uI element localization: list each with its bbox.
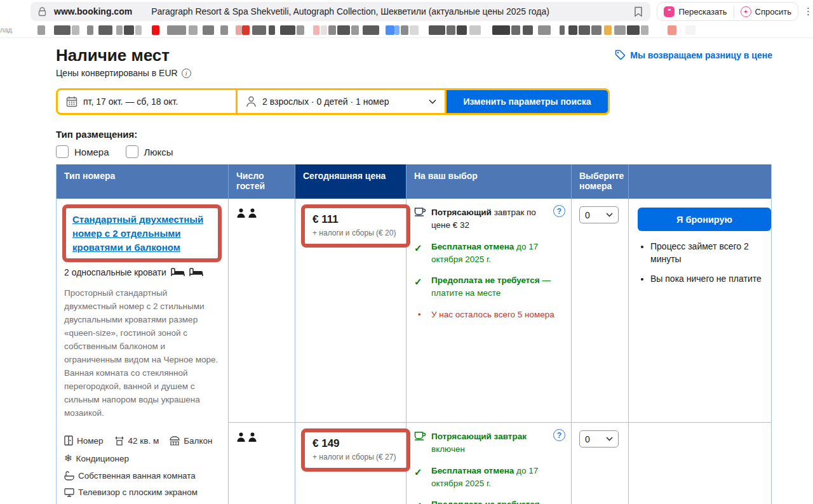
adult-icon [236,208,246,218]
search-bar: пт, 17 окт. — сб, 18 окт. 2 взрослых · 0… [56,88,610,115]
price-taxes: + налоги и сборы (€ 20) [312,229,399,237]
room-name-link[interactable]: Стандартный двухместный номер с 2 отдель… [72,214,203,253]
quantity-select[interactable]: 0 [579,430,619,448]
room-size-icon [114,436,124,446]
ask-icon: ✦ [741,6,751,17]
breakfast-bold: Потрясающий завтрак [431,432,527,441]
breakfast-condition: Потрясающий завтрак включен [414,430,563,456]
availability-section: Мы возвращаем разницу в цене Наличие мес… [0,38,813,504]
prepay-bold: Предоплата не требуется [431,275,540,285]
bullet-icon: • [418,308,421,321]
free-cancellation: ✓ Бесплатная отмена до 17 октября 2025 г… [414,465,563,491]
free-cancellation: ✓ Бесплатная отмена до 17 октября 2025 г… [414,241,563,267]
room-quantity-cell: 0 [572,199,629,423]
amenity-ac: ❄ Кондиционер [64,453,129,464]
cancel-bold: Бесплатная отмена [431,466,514,475]
reserve-cell [629,423,771,504]
bookmarks-bar: лад [0,23,813,38]
info-icon[interactable]: i [182,69,191,78]
beds-label: 2 односпальные кровати [64,267,166,277]
filter-suites-label: Люксы [144,147,173,157]
quantity-select[interactable]: 0 [579,206,619,223]
beds-info: 2 односпальные кровати [64,267,220,277]
conditions-cell: ? Потрясающий завтрак включен ✓ Бесплатн… [406,423,572,504]
price-value: € 149 [312,437,399,450]
clipped-bookmark-text: лад [0,26,12,34]
coffee-cup-icon [414,207,426,216]
room-quantity-cell: 0 [572,423,629,504]
change-search-button[interactable]: Изменить параметры поиска [447,90,608,113]
prepay-bold: Предоплата не требуется [431,500,540,504]
person-icon [246,96,257,107]
guests-cell [229,199,295,423]
annotation-box-price-2: € 149 + налоги и сборы (€ 27) [301,428,410,472]
check-icon: ✓ [414,241,422,256]
retell-icon: " [664,6,675,17]
guest-count-icons [236,430,287,442]
ai-actions-pill: " Пересказать ✦ Спросить [657,2,798,21]
checkbox-icon [126,145,138,158]
col-todays-price: Сегодняшняя цена [295,164,406,199]
accommodation-filters: Номера Люксы [56,145,813,158]
page-title: Paragraph Resort & Spa Shekvetili, Autog… [151,6,626,17]
ask-button[interactable]: ✦ Спросить [741,6,791,17]
currency-note-text: Цены конвертированы в EUR [56,68,178,78]
reserve-notes: Процесс займет всего 2 минуты Вы пока ни… [638,240,765,285]
amenity-size-label: 42 кв. м [128,436,159,446]
tag-icon [615,50,626,60]
checkbox-icon [56,145,69,158]
room-description: Просторный стандартный двухместный номер… [64,287,220,420]
bookmark-icon[interactable] [634,6,643,17]
bookmark-tiles [0,23,695,34]
tv-icon [64,488,74,497]
table-header-row: Тип номера Число гостей Сегодняшняя цена… [57,164,771,199]
pill-divider [734,6,734,17]
no-prepayment: ✓ Предоплата не требуется — платите на м… [414,498,563,504]
col-your-choices: На ваш выбор [406,164,572,199]
annotation-box-price-1: € 111 + налоги и сборы (€ 20) [301,204,410,248]
guests-cell [229,423,295,504]
reserve-button[interactable]: Я бронирую [638,208,771,231]
bathtub-icon [64,471,74,481]
adult-icon [248,208,257,218]
reserve-cell: Я бронирую Процесс займет всего 2 минуты… [629,199,771,423]
bed-icon [189,268,203,277]
table-body: Стандартный двухместный номер с 2 отдель… [57,199,771,504]
filter-rooms-checkbox[interactable]: Номера [56,145,109,158]
amenity-room: Номер [64,435,104,446]
filter-suites-checkbox[interactable]: Люксы [126,145,173,158]
check-icon: ✓ [414,275,422,289]
browser-menu-icon[interactable]: ⋮ [803,6,813,17]
amenity-bathroom-label: Собственная ванная комната [78,471,196,481]
col-room-type: Тип номера [57,164,229,199]
price-match-link[interactable]: Мы возвращаем разницу в цене [615,50,772,60]
quantity-value: 0 [585,434,590,444]
guest-count-icons [236,206,287,218]
col-blank [629,164,771,199]
date-range-field[interactable]: пт, 17 окт. — сб, 18 окт. [58,90,236,113]
filter-rooms-label: Номера [74,147,109,157]
retell-button[interactable]: " Пересказать [664,6,727,17]
check-icon: ✓ [414,499,422,504]
occupancy-field[interactable]: 2 взрослых · 0 детей · 1 номер [238,90,445,113]
reserve-note: Процесс займет всего 2 минуты [650,240,765,266]
bed-icon [171,268,185,277]
date-range-value: пт, 17 окт. — сб, 18 окт. [83,96,178,107]
col-guests: Число гостей [229,164,295,199]
amenity-bathroom: Собственная ванная комната [64,471,196,481]
ask-label: Спросить [755,7,791,17]
calendar-icon [66,96,77,107]
retell-label: Пересказать [678,7,727,17]
chevron-down-icon [429,99,436,104]
accommodation-type-label: Тип размещения: [56,129,813,140]
site-url[interactable]: www.booking.com [54,6,132,17]
browser-toolbar: www.booking.com Paragraph Resort & Spa S… [0,0,813,23]
chevron-down-icon [606,213,613,217]
scarcity-warning: • У нас осталось всего 5 номера [414,308,563,321]
address-bar[interactable]: www.booking.com Paragraph Resort & Spa S… [30,2,650,21]
availability-table: Тип номера Число гостей Сегодняшняя цена… [56,164,772,504]
quantity-value: 0 [585,210,590,220]
adult-icon [236,432,246,442]
cancel-bold: Бесплатная отмена [431,242,514,251]
coffee-cup-icon [414,431,426,441]
